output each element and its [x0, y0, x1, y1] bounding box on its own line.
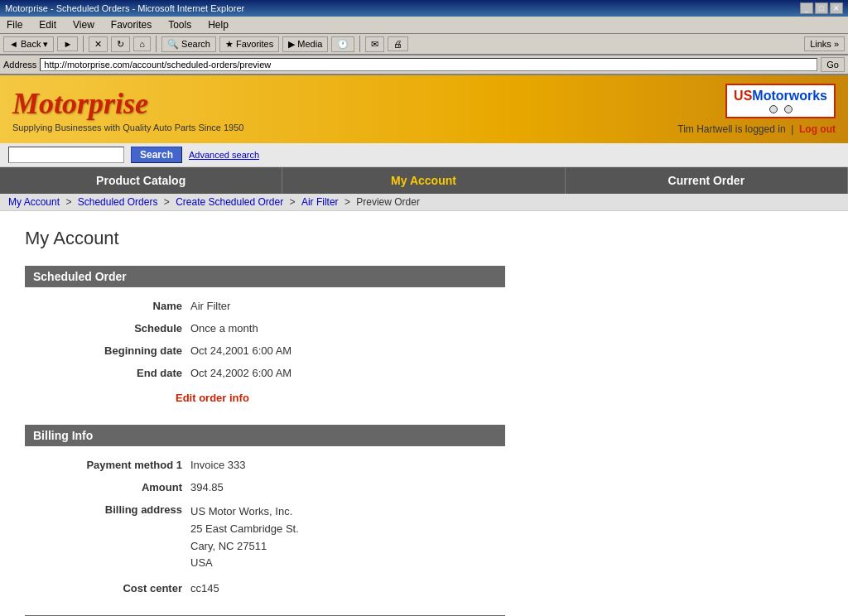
end-date-label: End date: [41, 367, 182, 379]
mail-toolbar-button[interactable]: ✉: [365, 36, 384, 52]
usm-logo: USMotorworks: [725, 84, 836, 118]
breadcrumb-current: Preview Order: [356, 196, 420, 208]
scheduled-order-fields: Name Air Filter Schedule Once a month Be…: [25, 300, 823, 379]
window-controls[interactable]: _ □ ✕: [800, 2, 843, 14]
minimize-button[interactable]: _: [800, 2, 813, 14]
usm-circle-right: [784, 105, 793, 113]
name-label: Name: [41, 300, 182, 312]
site-logo[interactable]: Motorprise: [12, 86, 243, 121]
logout-link[interactable]: Log out: [799, 123, 836, 135]
amount-value: 394.85: [190, 481, 823, 493]
payment-method-value: Invoice 333: [190, 459, 823, 471]
menu-tools[interactable]: Tools: [165, 18, 195, 31]
search-input[interactable]: [8, 147, 124, 163]
name-value: Air Filter: [190, 300, 823, 312]
stop-button[interactable]: ✕: [89, 36, 108, 52]
site-header: Motorprise Supplying Businesses with Qua…: [0, 75, 848, 143]
toolbar-sep-2: [156, 36, 157, 52]
billing-info-header: Billing Info: [25, 425, 505, 446]
home-button[interactable]: ⌂: [133, 36, 151, 51]
main-content: My Account Scheduled Order Name Air Filt…: [0, 211, 848, 616]
user-info: Tim Hartwell is logged in | Log out: [677, 123, 836, 135]
breadcrumb-sep-2: >: [164, 196, 172, 208]
header-right: USMotorworks Tim Hartwell is logged in |…: [677, 84, 836, 135]
title-bar: Motorprise - Scheduled Orders - Microsof…: [0, 0, 848, 17]
usm-us-text: US: [734, 89, 752, 103]
menu-favorites[interactable]: Favorites: [108, 18, 155, 31]
menu-file[interactable]: File: [3, 18, 26, 31]
usm-mw-text: Motorworks: [752, 89, 827, 103]
nav-current-order[interactable]: Current Order: [566, 167, 848, 194]
cost-center-label: Cost center: [41, 582, 182, 594]
forward-button[interactable]: ►: [57, 36, 78, 51]
menu-edit[interactable]: Edit: [36, 18, 60, 31]
main-nav: Product Catalog My Account Current Order: [0, 167, 848, 194]
logged-in-text: Tim Hartwell is logged in: [677, 123, 785, 135]
page-title: My Account: [25, 228, 823, 249]
amount-label: Amount: [41, 481, 182, 493]
scheduled-order-section: Scheduled Order Name Air Filter Schedule…: [25, 266, 823, 404]
breadcrumb-sep-4: >: [344, 196, 353, 208]
usm-circle-left: [769, 105, 778, 113]
menu-bar: File Edit View Favorites Tools Help: [0, 17, 848, 34]
address-input[interactable]: [40, 58, 817, 71]
toolbar: ◄ Back ▾ ► ✕ ↻ ⌂ 🔍 Search ★ Favorites ▶ …: [0, 34, 848, 55]
maximize-button[interactable]: □: [815, 2, 828, 14]
print-toolbar-button[interactable]: 🖨: [388, 36, 408, 51]
usm-logo-text: USMotorworks: [734, 89, 827, 103]
address-label: Address: [3, 60, 36, 70]
breadcrumb-sep-1: >: [65, 196, 74, 208]
go-button[interactable]: Go: [821, 57, 845, 72]
logo-area: Motorprise Supplying Businesses with Qua…: [12, 86, 243, 132]
breadcrumb-sep-3: >: [290, 196, 298, 208]
billing-address-value: US Motor Works, Inc.25 East Cambridge St…: [190, 503, 823, 572]
nav-my-account[interactable]: My Account: [282, 167, 565, 194]
usm-logo-lines: [769, 105, 793, 113]
site-tagline: Supplying Businesses with Quality Auto P…: [12, 123, 243, 132]
billing-fields: Payment method 1 Invoice 333 Amount 394.…: [25, 459, 823, 594]
end-date-value: Oct 24,2002 6:00 AM: [190, 367, 823, 379]
menu-view[interactable]: View: [70, 18, 98, 31]
breadcrumb: My Account > Scheduled Orders > Create S…: [0, 194, 848, 211]
nav-product-catalog[interactable]: Product Catalog: [0, 167, 282, 194]
search-toolbar-button[interactable]: 🔍 Search: [161, 36, 216, 52]
search-button[interactable]: Search: [131, 147, 182, 163]
toolbar-sep-1: [83, 36, 84, 52]
menu-help[interactable]: Help: [205, 18, 232, 31]
window-title: Motorprise - Scheduled Orders - Microsof…: [5, 3, 244, 13]
breadcrumb-scheduled-orders[interactable]: Scheduled Orders: [78, 196, 158, 208]
schedule-label: Schedule: [41, 322, 182, 334]
toolbar-sep-3: [359, 36, 360, 52]
billing-info-section: Billing Info Payment method 1 Invoice 33…: [25, 425, 823, 594]
search-area: Search Advanced search: [0, 143, 848, 167]
back-button[interactable]: ◄ Back ▾: [3, 36, 54, 52]
cost-center-value: cc145: [190, 582, 823, 594]
payment-method-label: Payment method 1: [41, 459, 182, 471]
links-button[interactable]: Links »: [804, 36, 845, 51]
billing-address-label: Billing address: [41, 503, 182, 572]
breadcrumb-air-filter[interactable]: Air Filter: [301, 196, 339, 208]
favorites-toolbar-button[interactable]: ★ Favorites: [219, 36, 279, 52]
scheduled-order-header: Scheduled Order: [25, 266, 505, 287]
edit-order-info-link[interactable]: Edit order info: [25, 392, 823, 404]
history-toolbar-button[interactable]: 🕐: [331, 36, 354, 52]
schedule-value: Once a month: [190, 322, 823, 334]
refresh-button[interactable]: ↻: [111, 36, 130, 52]
advanced-search-link[interactable]: Advanced search: [189, 150, 259, 160]
breadcrumb-create-scheduled-order[interactable]: Create Scheduled Order: [176, 196, 283, 208]
address-bar: Address Go: [0, 55, 848, 75]
media-toolbar-button[interactable]: ▶ Media: [282, 36, 328, 52]
beginning-date-value: Oct 24,2001 6:00 AM: [190, 344, 823, 357]
beginning-date-label: Beginning date: [41, 344, 182, 357]
close-button[interactable]: ✕: [830, 2, 843, 14]
breadcrumb-my-account[interactable]: My Account: [8, 196, 60, 208]
